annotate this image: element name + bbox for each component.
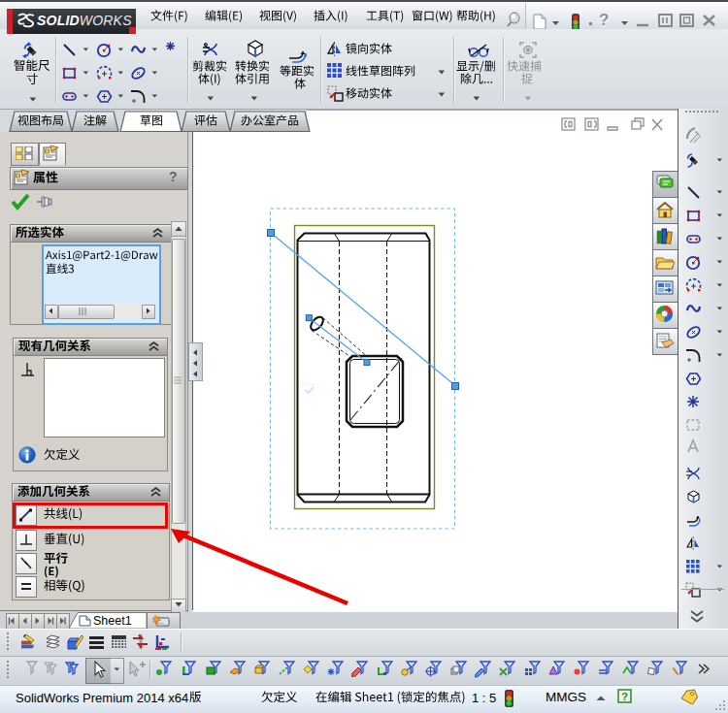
svg-text:?: ?: [621, 691, 628, 702]
